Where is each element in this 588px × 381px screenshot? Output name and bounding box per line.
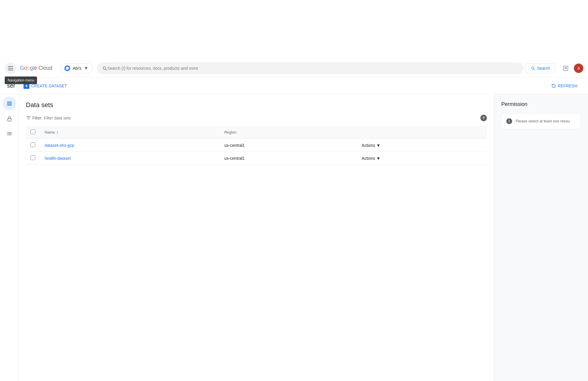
navbar-right: 4 [560, 62, 583, 74]
search-bar-icon [102, 66, 107, 71]
refresh-button[interactable]: REFRESH [548, 81, 581, 91]
main-layout: Data sets Filter ? [0, 94, 588, 381]
navbar-left: Navigation menu Google Cloud Abi's ▼ [5, 62, 92, 74]
dataset-actions-cell-2: Actions ▼ [357, 152, 487, 165]
help-icon[interactable]: ? [480, 115, 487, 121]
filter-label: Filter [32, 116, 41, 120]
list-icon [6, 100, 13, 107]
hamburger-container: Navigation menu [5, 62, 16, 74]
search-container: Search [97, 62, 555, 74]
upload-icon-button[interactable] [560, 62, 572, 74]
permission-info-text: Please select at least one resou [516, 118, 570, 124]
table-header: Name ↑ Region [26, 126, 487, 139]
sort-icon: ↑ [56, 130, 59, 135]
filter-icon [26, 115, 31, 121]
permission-panel: Permission i Please select at least one … [494, 94, 588, 381]
search-button-icon [531, 66, 535, 71]
refresh-icon [551, 84, 556, 88]
search-input[interactable] [107, 66, 518, 71]
dataset-name-link-1[interactable]: dataset-ohs-gcp [45, 143, 74, 148]
info-icon: i [506, 118, 512, 124]
actions-chevron-icon-1: ▼ [376, 143, 380, 148]
google-cloud-logo[interactable]: Google Cloud [20, 65, 52, 71]
select-all-header [26, 126, 40, 139]
project-selector[interactable]: Abi's ▼ [61, 63, 92, 73]
sidebar-item-list[interactable] [2, 127, 16, 141]
filter-input[interactable] [44, 116, 478, 120]
sidebar [0, 94, 19, 381]
actions-column-header [357, 126, 487, 139]
table-row: health-dataset us-central1 Actions ▼ [26, 152, 487, 165]
main-content: Data sets Filter ? [19, 94, 494, 381]
table-body: dataset-ohs-gcp us-central1 Actions ▼ [26, 139, 487, 165]
region-column-header: Region [220, 126, 357, 139]
upload-icon [563, 65, 569, 71]
lock-icon [6, 116, 12, 122]
row-checkbox-1[interactable] [31, 142, 35, 147]
dataset-region-cell-1: us-central1 [220, 139, 357, 152]
project-icon [64, 65, 70, 71]
hamburger-icon [8, 66, 13, 70]
avatar-number: 4 [577, 66, 580, 71]
row-checkbox-cell-1 [26, 139, 40, 152]
filter-bar: Filter ? [26, 115, 487, 121]
filter-icon-area: Filter [26, 115, 41, 121]
svg-rect-1 [8, 119, 11, 121]
row-checkbox-cell-2 [26, 152, 40, 165]
sidebar-item-security[interactable] [2, 112, 16, 126]
table-row: dataset-ohs-gcp us-central1 Actions ▼ [26, 139, 487, 152]
logo-text: Google Cloud [20, 65, 52, 71]
dataset-actions-cell-1: Actions ▼ [357, 139, 487, 152]
user-avatar-button[interactable]: 4 [574, 64, 583, 73]
sub-header: ser + CREATE DATASET REFRESH [0, 78, 588, 94]
project-name: Abi's [73, 66, 81, 71]
page-title: Data sets [26, 101, 487, 109]
top-spacer [0, 0, 588, 59]
actions-chevron-icon-2: ▼ [376, 156, 380, 161]
sidebar-item-datasets[interactable] [2, 97, 16, 111]
navigation-menu-tooltip: Navigation menu [5, 76, 37, 84]
row-checkbox-2[interactable] [31, 155, 35, 160]
dataset-name-cell-2: health-dataset [40, 152, 220, 165]
dataset-region-cell-2: us-central1 [220, 152, 357, 165]
permission-title: Permission [501, 101, 581, 107]
search-bar[interactable] [97, 62, 523, 74]
datasets-table: Name ↑ Region dataset-ohs-g [26, 126, 487, 165]
actions-button-2[interactable]: Actions ▼ [362, 156, 380, 161]
permission-info-box: i Please select at least one resou [501, 113, 581, 129]
dataset-name-cell-1: dataset-ohs-gcp [40, 139, 220, 152]
hamburger-button[interactable] [5, 62, 16, 74]
menu-list-icon [6, 131, 12, 137]
navbar: Navigation menu Google Cloud Abi's ▼ [0, 59, 588, 78]
select-all-checkbox[interactable] [31, 129, 35, 134]
name-column-header: Name ↑ [40, 126, 220, 139]
dataset-name-link-2[interactable]: health-dataset [45, 156, 71, 161]
actions-button-1[interactable]: Actions ▼ [362, 143, 380, 148]
project-chevron-icon: ▼ [84, 66, 88, 71]
search-button[interactable]: Search [526, 63, 555, 73]
